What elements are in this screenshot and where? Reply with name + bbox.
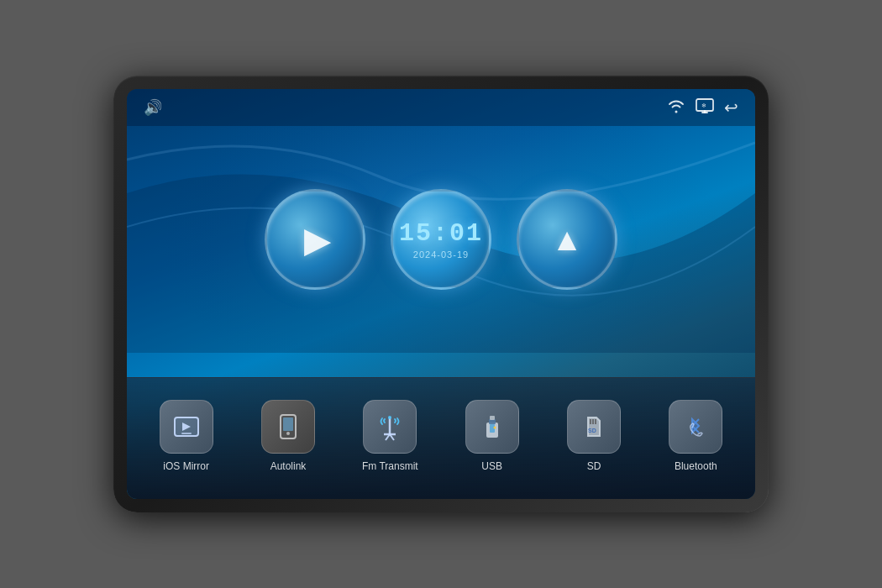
screen: 🔊 ❄ [127,89,755,499]
fm-transmit-label: Fm Transmit [362,460,418,472]
svg-point-10 [286,432,290,435]
app-item-autolink[interactable]: Autolink [237,400,339,472]
device-body: 🔊 ❄ [113,76,769,512]
clock-time: 15:01 [399,219,483,248]
app-item-sd[interactable]: SD SD [543,400,644,472]
bluetooth-icon [669,400,722,454]
svg-text:SD: SD [588,428,596,433]
app-item-bluetooth[interactable]: Bluetooth [645,400,747,472]
svg-rect-19 [490,416,495,420]
svg-point-15 [388,416,391,419]
svg-rect-9 [283,417,293,431]
svg-point-20 [493,427,496,429]
wifi-icon[interactable] [667,98,685,118]
volume-icon[interactable]: 🔊 [144,98,162,117]
svg-rect-23 [595,419,596,424]
app-item-usb[interactable]: USB [441,400,543,472]
sd-icon: SD [567,400,621,454]
autolink-label: Autolink [270,460,307,472]
svg-text:❄: ❄ [701,102,706,108]
ios-mirror-icon [160,400,213,454]
main-buttons-area: ▶ 15:01 2024-03-19 ▲ [127,126,755,353]
usb-icon [465,400,519,454]
svg-rect-7 [181,433,192,434]
svg-rect-22 [592,419,594,424]
fm-transmit-icon [363,400,417,454]
app-bar: iOS Mirror Autolink [127,377,755,499]
play-button[interactable]: ▶ [265,189,365,290]
back-icon[interactable]: ↩ [724,97,738,118]
svg-rect-21 [590,419,591,424]
top-bar: 🔊 ❄ [127,89,755,126]
play-icon: ▶ [304,219,331,260]
app-item-fm-transmit[interactable]: Fm Transmit [339,400,441,472]
app-item-ios-mirror[interactable]: iOS Mirror [135,400,237,472]
navigation-arrow-icon: ▲ [551,222,583,258]
autolink-icon [261,400,315,454]
display-settings-icon[interactable]: ❄ [696,98,714,118]
sd-label: SD [587,460,601,472]
usb-label: USB [481,460,502,472]
clock-display[interactable]: 15:01 2024-03-19 [391,189,491,290]
navigation-button[interactable]: ▲ [517,189,617,290]
ios-mirror-label: iOS Mirror [163,460,209,472]
clock-date: 2024-03-19 [413,249,469,260]
bluetooth-label: Bluetooth [675,460,717,472]
